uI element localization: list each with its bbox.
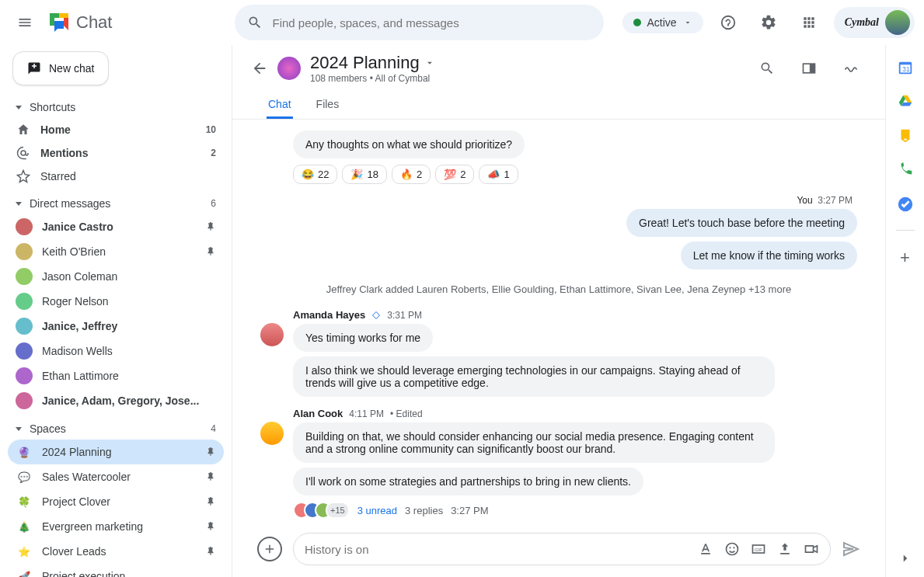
sender-avatar — [260, 323, 284, 346]
reaction-count: 18 — [367, 169, 378, 180]
reaction-chip[interactable]: 💯2 — [435, 165, 474, 184]
pin-icon — [205, 447, 216, 457]
message-bubble[interactable]: Yes timing works for me — [293, 324, 433, 352]
voice-addon[interactable] — [897, 162, 914, 179]
dm-item[interactable]: Jason Coleman — [8, 264, 224, 289]
apps-button[interactable] — [793, 7, 825, 38]
dm-item[interactable]: Janice Castro — [8, 214, 224, 239]
main-menu-button[interactable] — [9, 7, 40, 38]
space-item[interactable]: 🔮2024 Planning — [8, 440, 224, 464]
dm-item[interactable]: Janice, Jeffrey — [8, 314, 224, 339]
drive-addon[interactable] — [897, 93, 914, 110]
video-button[interactable] — [804, 541, 819, 557]
settings-button[interactable] — [753, 7, 784, 38]
nav-mentions[interactable]: Mentions 2 — [8, 141, 224, 165]
dm-item[interactable]: Madison Wells — [8, 339, 224, 363]
space-item[interactable]: 🍀Project Clover — [8, 489, 224, 514]
at-icon — [16, 145, 31, 161]
help-button[interactable] — [713, 7, 744, 38]
reaction-chip[interactable]: 📣1 — [479, 165, 518, 184]
space-icon: 🎄 — [16, 518, 33, 535]
message-bubble-self[interactable]: Great! Let's touch base before the meeti… — [626, 209, 857, 237]
app-logo[interactable]: Chat — [47, 10, 112, 35]
home-icon — [16, 122, 31, 137]
message-bubble[interactable]: Building on that, we should consider enh… — [293, 422, 775, 463]
space-item[interactable]: 🎄Evergreen marketing — [8, 514, 224, 539]
keep-addon[interactable] — [897, 127, 914, 144]
message-bubble[interactable]: Any thoughts on what we should prioritiz… — [293, 130, 525, 158]
shortcuts-section-header[interactable]: Shortcuts — [8, 96, 224, 118]
search-conversation-button[interactable] — [751, 53, 783, 84]
compose-input[interactable] — [305, 543, 689, 556]
compose-add-button[interactable] — [257, 537, 282, 561]
account-switcher[interactable]: Cymbal — [834, 7, 915, 38]
help-icon — [720, 14, 737, 31]
message-bubble-self[interactable]: Let me know if the timing works — [681, 242, 857, 269]
status-selector[interactable]: Active — [622, 12, 703, 33]
system-message: Jeffrey Clark added Lauren Roberts, Elli… — [260, 283, 857, 295]
send-button[interactable] — [842, 540, 860, 558]
format-button[interactable] — [698, 541, 713, 557]
dm-name: Roger Nelson — [42, 295, 109, 308]
search-input[interactable] — [272, 16, 591, 30]
space-name: Project execution — [42, 570, 125, 577]
thread-summary[interactable]: +15 3 unread 3 replies 3:27 PM — [293, 502, 857, 519]
org-name: Cymbal — [845, 16, 879, 29]
dm-item[interactable]: Ethan Lattimore — [8, 363, 224, 388]
reaction-chip[interactable]: 😂22 — [293, 165, 337, 184]
calendar-addon[interactable]: 31 — [897, 59, 914, 76]
pin-icon — [205, 246, 216, 257]
search-icon — [759, 61, 775, 76]
reaction-chip[interactable]: 🔥2 — [392, 165, 431, 184]
space-title[interactable]: 2024 Planning — [310, 53, 435, 73]
reaction-emoji: 🎉 — [350, 169, 363, 180]
collapse-icon — [16, 427, 22, 431]
timestamp: 3:27 PM — [818, 195, 853, 206]
dm-name: Janice, Jeffrey — [42, 320, 117, 332]
dm-item[interactable]: Roger Nelson — [8, 289, 224, 314]
message-bubble[interactable]: I also think we should leverage emerging… — [293, 356, 775, 397]
nav-home[interactable]: Home 10 — [8, 118, 224, 141]
collapse-icon — [16, 202, 22, 206]
get-addons-button[interactable]: + — [900, 248, 910, 268]
toggle-panel-button[interactable] — [793, 53, 825, 84]
tab-chat[interactable]: Chat — [267, 92, 293, 119]
emoji-button[interactable] — [724, 541, 740, 557]
message-bubble[interactable]: I'll work on some strategies and partner… — [293, 468, 643, 495]
hide-panel-button[interactable] — [898, 551, 912, 565]
space-name: Clover Leads — [42, 545, 106, 558]
thread-participant-avatars: +15 — [293, 502, 350, 519]
space-item[interactable]: 💬Sales Watercooler — [8, 464, 224, 489]
space-icon: 🔮 — [16, 443, 33, 461]
dm-item[interactable]: Janice, Adam, Gregory, Jose... — [8, 388, 224, 413]
dm-name: Madison Wells — [42, 345, 113, 357]
reaction-emoji: 📣 — [487, 169, 500, 180]
new-chat-button[interactable]: New chat — [12, 51, 109, 85]
gif-icon: GIF — [751, 541, 766, 557]
reaction-chip[interactable]: 🎉18 — [342, 165, 386, 184]
search-bar[interactable] — [235, 5, 604, 40]
back-button[interactable] — [251, 60, 268, 77]
space-subtitle: 108 members • All of Cymbal — [310, 73, 435, 84]
upload-button[interactable] — [777, 541, 793, 557]
pin-icon — [205, 221, 216, 232]
compose-box[interactable]: GIF — [293, 533, 831, 565]
gif-button[interactable]: GIF — [751, 541, 766, 557]
tab-files[interactable]: Files — [315, 92, 341, 119]
dm-item[interactable]: Keith O'Brien — [8, 239, 224, 264]
spaces-section-header[interactable]: Spaces 4 — [8, 418, 224, 440]
space-icon: 💬 — [16, 468, 33, 485]
nav-starred[interactable]: Starred — [8, 165, 224, 188]
upload-icon — [777, 541, 793, 557]
user-avatar — [885, 10, 910, 35]
dm-section-header[interactable]: Direct messages 6 — [8, 193, 224, 214]
space-icon: ⭐ — [16, 543, 33, 560]
space-item[interactable]: ⭐Clover Leads — [8, 539, 224, 564]
huddle-button[interactable] — [835, 53, 866, 84]
sender-name: Alan Cook — [293, 408, 343, 419]
rail-divider — [896, 230, 915, 231]
space-item[interactable]: 🚀Project execution — [8, 564, 224, 577]
reaction-emoji: 😂 — [302, 169, 314, 180]
svg-point-4 — [733, 547, 734, 548]
tasks-addon[interactable] — [897, 196, 914, 213]
